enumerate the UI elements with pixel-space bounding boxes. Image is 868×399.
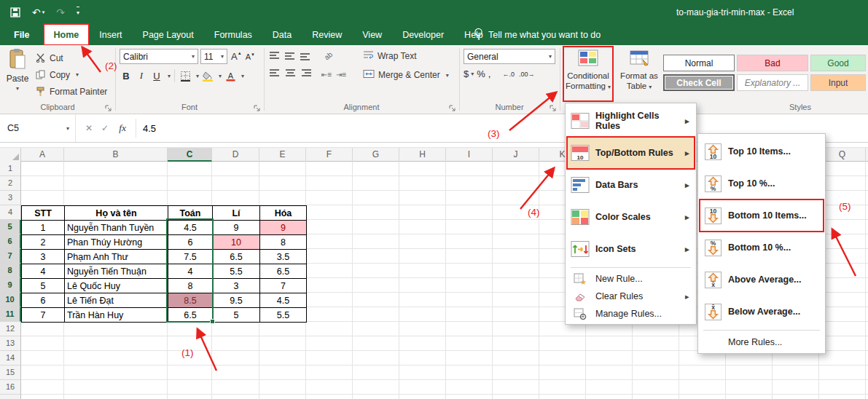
decrease-font-size-button[interactable]: A▼ xyxy=(246,52,255,61)
cell-B9[interactable]: Lê Quốc Huy xyxy=(65,279,168,293)
row-header-12[interactable]: 12 xyxy=(0,322,21,336)
menu-item-top-10-items[interactable]: 10Top 10 Items... xyxy=(700,135,824,167)
row-header-14[interactable]: 14 xyxy=(0,351,21,366)
column-header-a[interactable]: A xyxy=(21,148,64,162)
column-header-d[interactable]: D xyxy=(212,148,259,162)
cell-A8[interactable]: 4 xyxy=(22,264,65,279)
top-align-button[interactable] xyxy=(270,51,281,61)
font-color-dropdown-icon[interactable]: ▾ xyxy=(241,73,244,79)
cell-E8[interactable]: 6.5 xyxy=(260,264,307,279)
column-header-q[interactable]: Q xyxy=(819,148,866,162)
font-family-select[interactable]: Calibri▾ xyxy=(120,49,198,64)
underline-dropdown-icon[interactable]: ▾ xyxy=(168,73,171,79)
row-header-4[interactable]: 4 xyxy=(0,205,21,220)
cell-style-bad[interactable]: Bad xyxy=(737,55,808,71)
column-header-j[interactable]: J xyxy=(493,148,539,162)
column-header-g[interactable]: G xyxy=(353,148,399,162)
column-header-i[interactable]: I xyxy=(446,148,493,162)
column-header-c[interactable]: C xyxy=(168,148,212,162)
tab-review[interactable]: Review xyxy=(302,24,352,45)
row-header-11[interactable]: 11 xyxy=(0,307,21,322)
accounting-format-button[interactable]: $▾ xyxy=(464,68,474,79)
cell-style-input[interactable]: Input xyxy=(810,74,866,91)
row-header-2[interactable]: 2 xyxy=(0,176,21,191)
cell-C4[interactable]: Toán xyxy=(168,206,213,221)
menu-item-icon-sets[interactable]: Icon Sets▸ xyxy=(567,233,695,265)
align-center-button[interactable] xyxy=(285,69,296,79)
increase-font-size-button[interactable]: A▲ xyxy=(231,51,242,62)
middle-align-button[interactable] xyxy=(285,51,296,61)
menu-item-color-scales[interactable]: Color Scales▸ xyxy=(567,201,695,233)
menu-item-data-bars[interactable]: Data Bars▸ xyxy=(567,169,695,201)
cell-A4[interactable]: STT xyxy=(22,206,65,221)
row-header-7[interactable]: 7 xyxy=(0,249,21,264)
tab-file[interactable]: File xyxy=(0,24,44,45)
conditional-formatting-button[interactable]: Conditional Formatting▾ xyxy=(563,47,613,101)
bottom-align-button[interactable] xyxy=(300,51,311,61)
cell-C10[interactable]: 8.5 xyxy=(168,293,213,308)
name-box[interactable]: C5 ▾ xyxy=(0,114,76,142)
cell-D6[interactable]: 10 xyxy=(213,235,260,250)
tab-home[interactable]: Home xyxy=(44,24,90,45)
menu-item-top-10[interactable]: %Top 10 %... xyxy=(700,167,824,200)
wrap-text-button[interactable]: Wrap Text xyxy=(363,50,417,62)
align-left-button[interactable] xyxy=(270,69,281,79)
cell-style-explanatory[interactable]: Explanatory ... xyxy=(737,74,808,91)
cell-A10[interactable]: 6 xyxy=(22,293,65,308)
font-dialog-launcher[interactable] xyxy=(254,103,261,111)
tab-view[interactable]: View xyxy=(352,24,392,45)
paste-button[interactable]: Paste ▾ xyxy=(3,48,32,102)
menu-item-bottom-10[interactable]: %Bottom 10 %... xyxy=(700,232,824,264)
underline-button[interactable]: U xyxy=(150,68,163,83)
row-header-9[interactable]: 9 xyxy=(0,278,21,293)
row-header-1[interactable]: 1 xyxy=(0,162,21,176)
borders-dropdown-icon[interactable]: ▾ xyxy=(196,73,199,79)
format-painter-button[interactable]: Format Painter xyxy=(35,83,107,100)
cell-E10[interactable]: 4.5 xyxy=(260,293,307,308)
increase-indent-button[interactable]: ⇥≡ xyxy=(336,71,346,79)
cell-D9[interactable]: 3 xyxy=(213,279,260,293)
cell-D8[interactable]: 5.5 xyxy=(213,264,260,279)
cell-E7[interactable]: 3.5 xyxy=(260,250,307,264)
row-header-16[interactable]: 16 xyxy=(0,380,21,395)
borders-button[interactable] xyxy=(179,68,192,83)
tab-insert[interactable]: Insert xyxy=(89,24,132,45)
cell-B10[interactable]: Lê Tiến Đạt xyxy=(65,293,168,308)
row-header-10[interactable]: 10 xyxy=(0,293,21,307)
align-right-button[interactable] xyxy=(300,69,311,79)
orientation-button[interactable]: ab xyxy=(321,50,333,63)
menu-item-below-average[interactable]: x̄Below Average... xyxy=(700,296,824,328)
row-header-6[interactable]: 6 xyxy=(0,234,21,249)
cell-A6[interactable]: 2 xyxy=(22,235,65,250)
cell-style-check-cell[interactable]: Check Cell xyxy=(663,74,735,91)
fill-color-button[interactable] xyxy=(201,68,214,83)
cell-A7[interactable]: 3 xyxy=(22,250,65,264)
copy-button[interactable]: Copy ▾ xyxy=(35,66,107,83)
cell-C6[interactable]: 6 xyxy=(168,235,213,250)
column-header-f[interactable]: F xyxy=(306,148,353,162)
decrease-decimal-button[interactable]: .00→ xyxy=(519,71,535,78)
menu-item-more-rules[interactable]: More Rules... xyxy=(700,333,824,352)
cell-D11[interactable]: 5 xyxy=(213,308,260,323)
tab-page-layout[interactable]: Page Layout xyxy=(133,24,204,45)
row-header-13[interactable]: 13 xyxy=(0,336,21,351)
cell-E6[interactable]: 8 xyxy=(260,235,307,250)
tell-me-box[interactable]: Tell me what you want to do xyxy=(474,24,601,45)
column-header-e[interactable]: E xyxy=(259,148,306,162)
menu-item-above-average[interactable]: x̄Above Average... xyxy=(700,264,824,296)
menu-item-new-rule[interactable]: ★New Rule... xyxy=(567,270,695,288)
cell-A11[interactable]: 7 xyxy=(22,308,65,323)
cut-button[interactable]: Cut xyxy=(35,50,107,66)
undo-icon[interactable]: ↶▾ xyxy=(32,7,44,17)
cell-C5[interactable]: 4.5 xyxy=(168,221,213,235)
cell-C7[interactable]: 7.5 xyxy=(168,250,213,264)
menu-item-top-bottom-rules[interactable]: 10Top/Bottom Rules▸ xyxy=(567,137,695,169)
increase-decimal-button[interactable]: ←.0 xyxy=(502,71,515,78)
bold-button[interactable]: B xyxy=(120,68,133,83)
cell-D4[interactable]: Lí xyxy=(213,206,260,221)
clipboard-dialog-launcher[interactable] xyxy=(105,103,112,111)
cell-A9[interactable]: 5 xyxy=(22,279,65,293)
cell-style-good[interactable]: Good xyxy=(810,55,866,71)
enter-button[interactable]: ✓ xyxy=(98,114,112,142)
row-header-8[interactable]: 8 xyxy=(0,264,21,278)
